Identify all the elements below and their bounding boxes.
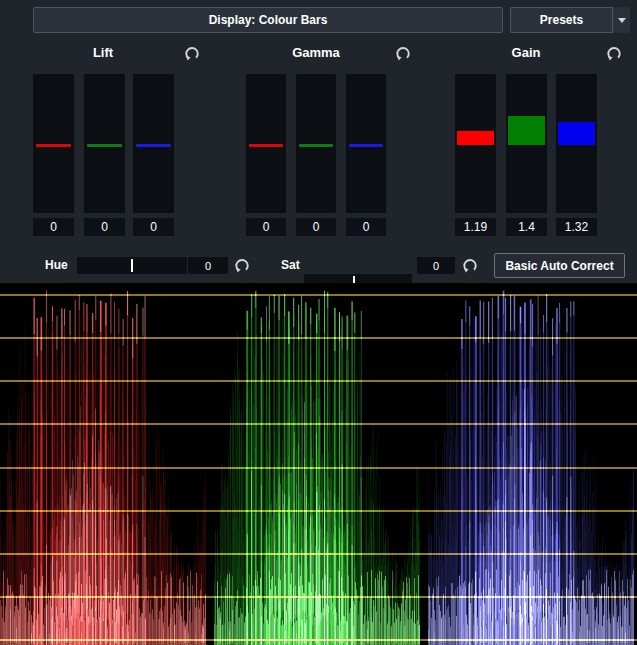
reset-icon [233,256,251,274]
gamma-reset-button[interactable] [394,44,412,62]
lift-reset-button[interactable] [183,44,201,62]
gain-blue-slider[interactable] [556,74,597,213]
gamma-green-slider[interactable] [296,74,336,213]
gain-blue-handle[interactable] [558,122,595,145]
lift-title: Lift [63,45,143,60]
sat-value[interactable]: 0 [417,257,455,274]
reset-icon [183,44,201,62]
gain-blue-value[interactable]: 1.32 [556,218,597,236]
hue-reset-button[interactable] [233,256,251,274]
hue-handle[interactable] [131,259,133,272]
reset-icon [461,256,479,274]
gain-reset-button[interactable] [605,44,623,62]
gamma-blue-value[interactable]: 0 [346,218,386,236]
gamma-blue-handle[interactable] [349,144,383,147]
chevron-down-icon [618,18,626,23]
gamma-title: Gamma [276,45,356,60]
hue-value[interactable]: 0 [188,257,228,274]
reset-icon [394,44,412,62]
waveform-scope [0,283,637,645]
lift-red-value[interactable]: 0 [33,218,74,236]
gamma-red-slider[interactable] [246,74,286,213]
basic-auto-correct-button[interactable]: Basic Auto Correct [494,253,625,278]
lift-blue-handle[interactable] [136,144,171,147]
lift-green-slider[interactable] [84,74,125,213]
lift-red-handle[interactable] [36,144,71,147]
gamma-green-value[interactable]: 0 [296,218,336,236]
sat-label: Sat [281,253,300,277]
lift-blue-value[interactable]: 0 [133,218,174,236]
gain-green-slider[interactable] [506,74,547,213]
gamma-blue-slider[interactable] [346,74,386,213]
display-mode-button[interactable]: Display: Colour Bars [33,7,503,33]
gamma-red-value[interactable]: 0 [246,218,286,236]
gamma-red-handle[interactable] [249,144,283,147]
gain-green-value[interactable]: 1.4 [506,218,547,236]
sat-reset-button[interactable] [461,256,479,274]
reset-icon [605,44,623,62]
lift-green-handle[interactable] [87,144,122,147]
gain-red-slider[interactable] [455,74,496,213]
gain-red-handle[interactable] [457,131,494,145]
gamma-green-handle[interactable] [299,144,333,147]
gain-red-value[interactable]: 1.19 [455,218,496,236]
lift-blue-slider[interactable] [133,74,174,213]
lift-red-slider[interactable] [33,74,74,213]
hue-slider[interactable] [77,257,187,274]
hue-label: Hue [45,253,68,277]
presets-button[interactable]: Presets [510,7,612,33]
gain-green-handle[interactable] [508,116,545,145]
presets-dropdown-button[interactable] [612,7,630,33]
lift-green-value[interactable]: 0 [84,218,125,236]
gain-title: Gain [486,45,566,60]
